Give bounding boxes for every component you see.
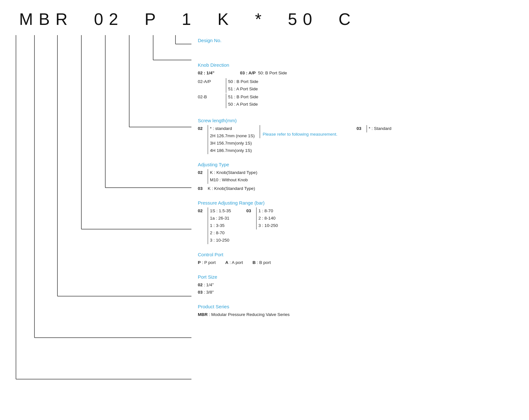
adjusting-type-section: Adjusting Type 02 K : Knob(Standard Type… xyxy=(198,162,516,192)
knob-direction-title: Knob Direction xyxy=(198,62,516,68)
knob-03-label: 03 : A/P 50: B Port Side xyxy=(240,70,287,77)
part-number-display: MBR 02 P 1 K * 50 C xyxy=(19,10,516,29)
product-series-title: Product Series xyxy=(198,304,516,309)
product-series-section: Product Series MBR : Modular Pressure Re… xyxy=(198,304,516,319)
port-size-03: 03 : 3/8" xyxy=(198,289,516,296)
screw-02-col: 02 * : standard 2H 126.7mm (none 1S) 3H … xyxy=(198,125,337,154)
port-size-title: Port Size xyxy=(198,274,516,280)
control-port-section: Control Port P : P port A : A port B : B… xyxy=(198,252,516,266)
port-size-02: 02 : 1/4" xyxy=(198,281,516,289)
knob-direction-section: Knob Direction 02 : 1/4" 03 : A/P 50: B … xyxy=(198,62,516,108)
adjusting-02-options: K : Knob(Standard Type) M10 : Without Kn… xyxy=(208,169,257,184)
pressure-03-col: 03 1 : 8-70 2 : 8-140 3 : 10-250 xyxy=(246,207,280,229)
pressure-02-col: 02 1S : 1.5-35 1a : 26-31 1 : 3-35 2 : 8… xyxy=(198,207,234,244)
pressure-range-title: Pressure Adjusting Range (bar) xyxy=(198,200,516,206)
adjusting-03-label: 03 xyxy=(198,185,203,192)
control-port-a: A : A port xyxy=(225,260,243,265)
adjusting-03-value: K : Knob(Standard Type) xyxy=(208,185,255,192)
knob-02ap-label: 02-A/P xyxy=(198,78,217,93)
knob-02b-options: 51 : B Port Side 50 : A Port Side xyxy=(226,94,258,108)
screw-note: Please refer to following measurement. xyxy=(263,131,337,138)
screw-length-title: Screw length(mm) xyxy=(198,118,516,123)
control-port-title: Control Port xyxy=(198,252,516,257)
control-port-p: P : P port xyxy=(198,260,216,265)
design-no-title: Design No. xyxy=(198,38,516,43)
screw-length-section: Screw length(mm) 02 * : standard 2H 126.… xyxy=(198,118,516,154)
design-no-section: Design No. xyxy=(198,38,516,43)
control-port-b: B : B port xyxy=(253,260,271,265)
adjusting-type-title: Adjusting Type xyxy=(198,162,516,167)
knob-02b-label: 02-B xyxy=(198,94,217,108)
product-series-mbr: MBR : Modular Pressure Reducing Valve Se… xyxy=(198,311,516,319)
port-size-section: Port Size 02 : 1/4" 03 : 3/8" xyxy=(198,274,516,296)
screw-03-col: 03 * : Standard xyxy=(356,125,394,132)
pressure-range-section: Pressure Adjusting Range (bar) 02 1S : 1… xyxy=(198,200,516,244)
knob-02-label: 02 : 1/4" xyxy=(198,70,214,77)
knob-02ap-options: 50 : B Port Side 51 : A Port Side xyxy=(226,78,258,93)
